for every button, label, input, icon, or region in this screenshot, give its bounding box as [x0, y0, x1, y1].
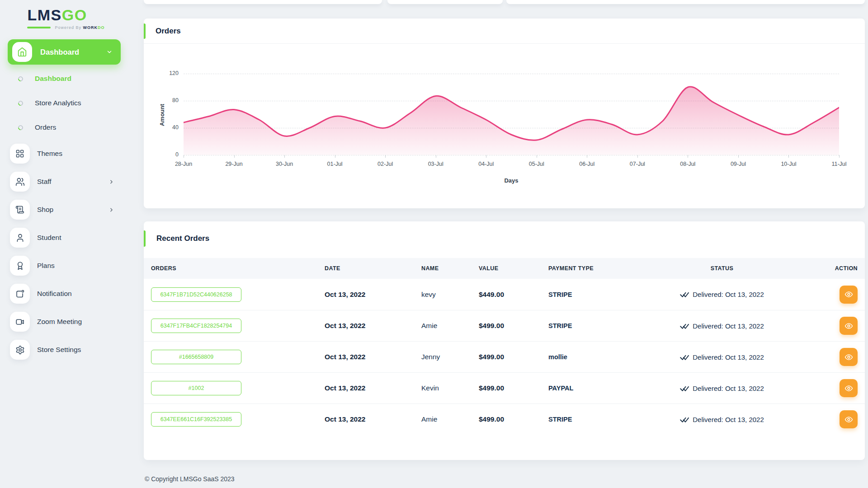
- sidebar-item-themes[interactable]: Themes: [0, 140, 132, 168]
- order-date: Oct 13, 2022: [325, 353, 421, 361]
- video-icon: [10, 312, 30, 332]
- bullet-circle-icon: [17, 75, 24, 82]
- sidebar-item-label: Plans: [37, 262, 55, 270]
- sidebar-subitem-store-analytics[interactable]: Store Analytics: [0, 91, 132, 115]
- view-order-button[interactable]: [840, 410, 858, 428]
- sidebar-item-staff[interactable]: Staff: [0, 168, 132, 196]
- x-axis-label: 06-Jul: [571, 161, 603, 167]
- order-id-chip[interactable]: 6347F1B71D52C440626258: [151, 287, 241, 302]
- column-header-name: NAME: [421, 265, 479, 272]
- x-axis-label: 28-Jun: [168, 161, 199, 167]
- sidebar-item-label: Themes: [37, 150, 62, 158]
- column-header-action: ACTION: [788, 265, 865, 272]
- x-axis-label: 07-Jul: [622, 161, 653, 167]
- order-id-cell: 6347F1B71D52C440626258: [151, 287, 325, 302]
- eye-icon: [844, 384, 853, 393]
- x-axis-tick: [385, 155, 386, 158]
- home-icon: [12, 42, 32, 62]
- logo-underline: [27, 27, 51, 28]
- double-check-icon: [680, 385, 689, 392]
- sidebar-item-student[interactable]: Student: [0, 224, 132, 252]
- status-text: Delivered: Oct 13, 2022: [693, 385, 764, 392]
- sidebar-item-zoom-meeting[interactable]: Zoom Meeting: [0, 308, 132, 336]
- status-badge: Delivered: Oct 13, 2022: [680, 385, 764, 392]
- sidebar-item-label: Shop: [37, 206, 53, 214]
- chevron-down-icon: [106, 49, 113, 55]
- gear-icon: [10, 340, 30, 360]
- action-cell: [788, 286, 865, 304]
- sidebar-item-shop[interactable]: Shop: [0, 196, 132, 224]
- grid-line: [184, 155, 839, 155]
- order-value: $499.00: [479, 353, 548, 361]
- sidebar-item-plans[interactable]: Plans: [0, 252, 132, 280]
- payment-type: PAYPAL: [548, 385, 656, 392]
- sidebar-item-dashboard-group[interactable]: Dashboard: [8, 39, 121, 65]
- app-logo[interactable]: LMSGO Powered By WORKDO: [27, 7, 104, 30]
- orders-card-header: Orders: [144, 19, 865, 44]
- order-value: $499.00: [479, 415, 548, 423]
- order-id-cell: #1665658809: [151, 350, 325, 364]
- view-order-button[interactable]: [840, 317, 858, 335]
- sidebar-subitem-label: Store Analytics: [35, 99, 81, 107]
- cut-off-card-edge: [506, 0, 865, 4]
- status-text: Delivered: Oct 13, 2022: [693, 322, 764, 330]
- double-check-icon: [680, 416, 689, 423]
- sidebar-item-store-settings[interactable]: Store Settings: [0, 336, 132, 364]
- status-text: Delivered: Oct 13, 2022: [693, 416, 764, 423]
- action-cell: [788, 379, 865, 397]
- x-axis-tick: [637, 155, 638, 158]
- x-axis-tick: [234, 155, 235, 158]
- orders-card-title: Orders: [156, 27, 181, 36]
- sidebar-item-notification[interactable]: Notification: [0, 280, 132, 308]
- y-axis-label: 120: [158, 70, 179, 76]
- column-header-orders: ORDERS: [151, 265, 325, 272]
- order-value: $499.00: [479, 322, 548, 330]
- payment-type: STRIPE: [548, 291, 656, 298]
- x-axis-tick: [284, 155, 285, 158]
- order-id-chip[interactable]: 6347EE661C16F392523385: [151, 412, 241, 427]
- sidebar-group-label: Dashboard: [40, 48, 79, 56]
- x-axis-label: 29-Jun: [218, 161, 250, 167]
- status-text: Delivered: Oct 13, 2022: [693, 353, 764, 361]
- order-id-chip[interactable]: #1665658809: [151, 350, 241, 364]
- view-order-button[interactable]: [840, 286, 858, 304]
- x-axis-tick: [436, 155, 436, 158]
- column-header-value: VALUE: [479, 265, 548, 272]
- status-badge: Delivered: Oct 13, 2022: [680, 416, 764, 423]
- x-axis-label: 08-Jul: [672, 161, 703, 167]
- area-series: [184, 74, 839, 155]
- sidebar-subitem-orders[interactable]: Orders: [0, 115, 132, 140]
- x-axis-label: 09-Jul: [722, 161, 754, 167]
- logo-go: GO: [62, 6, 87, 23]
- order-id-chip[interactable]: 6347F17FB4CF1828254794: [151, 319, 241, 333]
- double-check-icon: [680, 291, 689, 298]
- sidebar-subitem-dashboard[interactable]: Dashboard: [0, 66, 132, 91]
- view-order-button[interactable]: [840, 348, 858, 366]
- view-order-button[interactable]: [840, 379, 858, 397]
- x-axis-tick: [537, 155, 537, 158]
- x-axis-tick: [839, 155, 840, 158]
- sidebar-menu: ThemesStaffShopStudentPlansNotificationZ…: [0, 140, 132, 364]
- sidebar-item-label: Staff: [37, 178, 52, 186]
- x-axis-tick: [738, 155, 739, 158]
- status-cell: Delivered: Oct 13, 2022: [656, 322, 788, 330]
- eye-icon: [844, 353, 853, 361]
- customer-name: Jenny: [421, 353, 479, 361]
- status-badge: Delivered: Oct 13, 2022: [680, 322, 764, 330]
- y-axis-label: 80: [158, 97, 179, 103]
- payment-type: mollie: [548, 353, 656, 361]
- x-axis-label: 04-Jul: [470, 161, 502, 167]
- order-id-chip[interactable]: #1002: [151, 381, 241, 395]
- recent-orders-title: Recent Orders: [156, 234, 209, 243]
- sidebar-item-label: Zoom Meeting: [37, 318, 82, 326]
- cut-off-card-edge: [144, 0, 382, 4]
- order-value: $449.00: [479, 291, 548, 299]
- order-date: Oct 13, 2022: [325, 322, 421, 330]
- customer-name: Kevin: [421, 384, 479, 392]
- sidebar-item-label: Student: [37, 234, 61, 242]
- sidebar-subitem-label: Orders: [35, 123, 56, 131]
- bullet-circle-icon: [17, 124, 24, 131]
- x-axis-label: 10-Jul: [773, 161, 804, 167]
- x-axis-tick: [688, 155, 688, 158]
- users-icon: [10, 172, 30, 192]
